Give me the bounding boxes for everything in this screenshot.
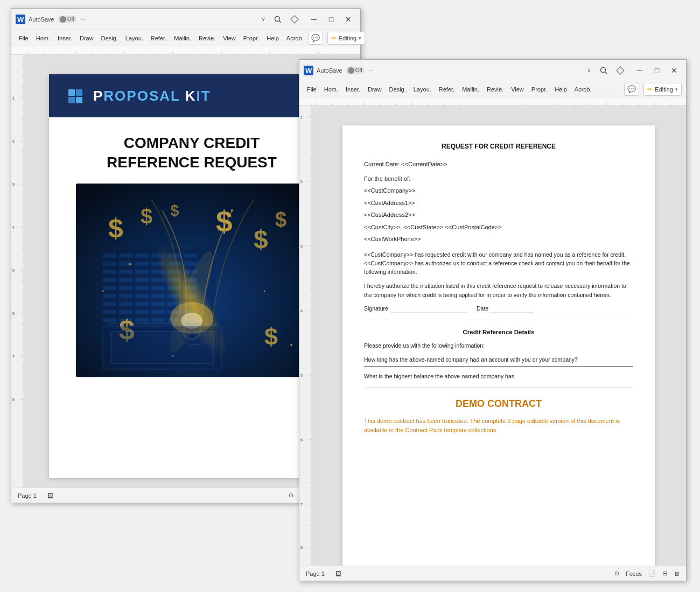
menu-acrobat-1[interactable]: Acrob. xyxy=(283,33,307,43)
menu-design-2[interactable]: Desig. xyxy=(386,84,409,94)
menu-props-2[interactable]: Propr. xyxy=(528,84,550,94)
menu-help-1[interactable]: Help xyxy=(263,33,282,43)
comment-button-2[interactable]: 💬 xyxy=(624,83,639,96)
menu-references-2[interactable]: Refer. xyxy=(436,84,458,94)
svg-text:7: 7 xyxy=(12,355,15,358)
svg-text:$: $ xyxy=(275,208,286,231)
search-icon-1[interactable] xyxy=(271,12,285,26)
cust-address2: <<CustAddress2>> xyxy=(364,210,633,220)
read-mode-icon-2: 📄 xyxy=(648,570,656,577)
question-2: What is the highest balance the above-na… xyxy=(364,372,633,380)
menu-insert-1[interactable]: Inser. xyxy=(54,33,75,43)
print-layout-icon-2: ⊟ xyxy=(662,570,667,577)
menu-layout-2[interactable]: Layou. xyxy=(410,84,435,94)
menu-references-1[interactable]: Refer. xyxy=(148,33,170,43)
svg-rect-67 xyxy=(65,85,87,107)
titlebar-more-1[interactable]: ··· xyxy=(81,16,86,23)
svg-line-3 xyxy=(279,20,282,23)
menu-home-2[interactable]: Hom. xyxy=(321,84,341,94)
chevron-icon-editing-2: ▾ xyxy=(675,87,678,92)
maximize-button-2[interactable]: □ xyxy=(649,63,664,78)
svg-rect-92 xyxy=(103,278,116,282)
autosave-label-2: AutoSave xyxy=(317,67,342,74)
demo-contract-title: DEMO CONTRACT xyxy=(364,397,633,411)
svg-text:4: 4 xyxy=(300,309,303,313)
svg-text:1: 1 xyxy=(12,96,15,100)
autosave-toggle-2[interactable]: Off xyxy=(346,67,365,74)
menu-review-1[interactable]: Revie. xyxy=(195,33,219,43)
menu-insert-2[interactable]: Inser. xyxy=(342,84,363,94)
svg-text:5: 5 xyxy=(300,373,303,377)
search-icon-2[interactable] xyxy=(597,64,611,77)
comment-button-1[interactable]: 💬 xyxy=(308,32,323,45)
menu-file-1[interactable]: File xyxy=(16,33,32,43)
maximize-button-1[interactable]: □ xyxy=(324,12,339,27)
svg-rect-74 xyxy=(103,253,116,258)
svg-rect-87 xyxy=(119,270,132,274)
close-button-2[interactable]: ✕ xyxy=(667,63,682,78)
question-1: How long has the above-named company had… xyxy=(364,355,633,367)
answer-line-1 xyxy=(364,366,633,367)
menu-draw-1[interactable]: Draw xyxy=(76,33,97,43)
svg-text:4: 4 xyxy=(12,225,15,229)
page-label-1: Page 1 xyxy=(18,492,37,499)
menu-props-1[interactable]: Propr. xyxy=(240,33,262,43)
svg-point-148 xyxy=(172,355,174,356)
editing-button-1[interactable]: ✏ Editing ▾ xyxy=(327,32,366,45)
svg-rect-122 xyxy=(103,318,116,322)
menu-mailings-1[interactable]: Mailin. xyxy=(171,33,194,43)
svg-point-143 xyxy=(129,263,131,265)
autosave-toggle-1[interactable]: Off xyxy=(58,16,76,23)
svg-rect-118 xyxy=(135,310,149,314)
menu-mailings-2[interactable]: Mailin. xyxy=(459,84,482,94)
svg-text:2: 2 xyxy=(12,139,15,143)
svg-rect-105 xyxy=(119,294,132,298)
pencil-icon-2: ✏ xyxy=(647,86,653,93)
menu-layout-1[interactable]: Layou. xyxy=(122,33,146,43)
diamond-icon-1 xyxy=(287,12,302,27)
svg-rect-154 xyxy=(299,97,686,106)
cover-page: PROPOSAL KIT COMPANY CREDIT REFERENCE RE… xyxy=(49,74,334,478)
menu-draw-2[interactable]: Draw xyxy=(365,84,385,94)
date-part: Date xyxy=(477,305,534,313)
svg-rect-93 xyxy=(119,278,132,282)
signature-part: Signature xyxy=(364,305,466,313)
svg-text:8: 8 xyxy=(12,398,15,401)
menu-acrobat-2[interactable]: Acrob. xyxy=(571,84,595,94)
svg-rect-113 xyxy=(151,302,165,306)
provide-info-text: Please provide us with the following inf… xyxy=(364,341,633,350)
menu-view-2[interactable]: View xyxy=(508,84,527,94)
minimize-button-1[interactable]: ─ xyxy=(306,12,321,27)
svg-rect-69 xyxy=(68,97,75,103)
editing-button-2[interactable]: ✏ Editing ▾ xyxy=(643,83,682,96)
cover-doc-title: COMPANY CREDIT REFERENCE REQUEST xyxy=(76,133,307,173)
paragraph-2: I hereby authorize the institution liste… xyxy=(364,281,633,299)
svg-rect-94 xyxy=(135,278,149,282)
page-icon-1: 🖼 xyxy=(47,492,53,499)
svg-rect-68 xyxy=(68,89,75,96)
svg-rect-112 xyxy=(135,302,149,306)
close-button-1[interactable]: ✕ xyxy=(341,12,356,27)
focus-icon-2: ⊙ xyxy=(614,570,619,577)
menu-view-1[interactable]: View xyxy=(220,33,239,43)
focus-icon-1: ⊙ xyxy=(289,492,293,499)
svg-rect-111 xyxy=(119,302,132,306)
menu-help-2[interactable]: Help xyxy=(551,84,570,94)
menu-design-1[interactable]: Desig. xyxy=(98,33,121,43)
menu-home-1[interactable]: Hom. xyxy=(33,33,53,43)
svg-rect-117 xyxy=(119,310,132,314)
svg-rect-79 xyxy=(184,253,197,258)
svg-rect-5 xyxy=(11,46,360,55)
titlebar-2: W AutoSave Off ··· ∨ ─ □ ✕ xyxy=(299,60,686,81)
titlebar-more-2[interactable]: ··· xyxy=(369,67,374,74)
section-divider xyxy=(364,320,633,320)
svg-line-152 xyxy=(605,72,607,74)
svg-text:$: $ xyxy=(216,205,233,238)
section-title: Credit Reference Details xyxy=(364,328,633,337)
cust-workphone: <<CustWorkPhone>> xyxy=(364,235,633,244)
menu-review-2[interactable]: Revie. xyxy=(484,84,507,94)
svg-rect-104 xyxy=(103,294,116,298)
minimize-button-2[interactable]: ─ xyxy=(632,63,647,78)
menu-file-2[interactable]: File xyxy=(304,84,320,94)
paragraph-1: <<CustCompany>> has requested credit wit… xyxy=(364,250,633,277)
